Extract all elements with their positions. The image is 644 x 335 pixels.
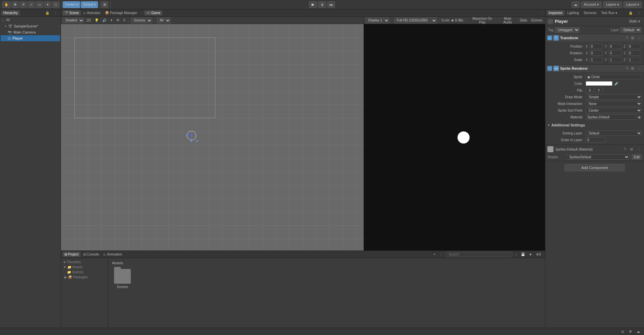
hierarchy-menu-btn[interactable]: ⋮ <box>52 10 59 15</box>
sr-settings-btn[interactable]: ⚙ <box>630 66 635 71</box>
inspector-lock-btn[interactable]: 🔒 <box>627 10 635 15</box>
move-tool-btn[interactable]: ✥ <box>11 1 19 8</box>
material-circle-btn[interactable]: ◉ <box>637 115 642 120</box>
scene-light-btn[interactable]: 💡 <box>93 18 100 22</box>
sr-menu-btn[interactable]: ⋮ <box>636 66 642 71</box>
animation-tab[interactable]: ▷ Animation <box>102 252 124 257</box>
scl-y-input[interactable] <box>609 57 622 62</box>
display-dropdown[interactable]: Display 1 <box>365 17 389 23</box>
pos-y-input[interactable] <box>609 44 622 49</box>
status-cloud-btn[interactable]: ☁ <box>635 329 641 334</box>
material-info-settings-btn[interactable]: ⚙ <box>629 147 634 152</box>
scene-hidden-btn[interactable]: 👁 <box>115 18 121 22</box>
rot-y-input[interactable] <box>609 50 622 56</box>
pos-x-input[interactable] <box>590 44 602 49</box>
2d-btn[interactable]: 2D <box>85 18 92 22</box>
resolution-dropdown[interactable]: Full HD (1920x1080) <box>394 17 437 23</box>
grid-btn[interactable]: ⊞ <box>101 1 108 8</box>
layout-btn[interactable]: Layout ▾ <box>623 1 642 8</box>
status-collab-btn[interactable]: ◎ <box>620 329 626 334</box>
package-manager-tab[interactable]: 📦 Package Manager <box>103 10 139 15</box>
scl-z-input[interactable] <box>628 57 640 62</box>
transform-header[interactable]: ▶ T Transform ? ⚙ ⋮ <box>545 34 644 42</box>
play-btn[interactable]: ▶ <box>309 1 317 8</box>
player-gizmo[interactable] <box>187 131 197 141</box>
order-in-layer-input[interactable] <box>586 137 606 143</box>
lighting-tab[interactable]: Lighting <box>565 10 581 15</box>
scene-view-tab[interactable]: 🎬 Scene <box>62 10 81 15</box>
hierarchy-lock-btn[interactable]: 🔒 <box>43 10 51 15</box>
mask-interaction-dropdown[interactable]: None <box>586 101 642 106</box>
project-tab[interactable]: ⊞ Project <box>62 252 80 257</box>
mute-audio-btn[interactable]: Mute Audio <box>498 17 518 24</box>
game-canvas[interactable] <box>364 24 545 250</box>
layer-dropdown[interactable]: Default <box>621 27 641 33</box>
scene-canvas[interactable] <box>61 24 364 250</box>
sr-help-btn[interactable]: ? <box>625 66 629 71</box>
rot-x-input[interactable] <box>590 50 602 56</box>
status-settings-btn[interactable]: ⚙ <box>628 329 633 334</box>
scenes-section[interactable]: 📁 Scenes <box>62 270 107 275</box>
static-dropdown-btn[interactable]: Static ▾ <box>628 19 641 23</box>
project-search[interactable] <box>445 252 513 257</box>
transform-active[interactable]: ▶ <box>547 36 552 40</box>
color-swatch[interactable] <box>586 81 612 86</box>
project-more-btn[interactable]: ⋮ <box>438 252 444 257</box>
space-btn[interactable]: Global ▾ <box>81 1 98 8</box>
hierarchy-camera-item[interactable]: 📷 Main Camera <box>1 29 60 35</box>
draw-mode-dropdown[interactable]: Simple <box>586 94 642 100</box>
scene-audio-btn[interactable]: 🔊 <box>101 18 108 22</box>
multi-tool-btn[interactable]: ✦ <box>44 1 51 8</box>
scale-tool-btn[interactable]: ⤢ <box>28 1 35 8</box>
collab-btn[interactable]: ☁ <box>572 1 580 8</box>
rot-z-input[interactable] <box>628 50 640 56</box>
pos-z-input[interactable] <box>628 44 640 49</box>
project-save-btn[interactable]: 💾 <box>520 252 526 257</box>
sorting-layer-dropdown[interactable]: Default <box>586 130 642 136</box>
maximize-on-play-btn[interactable]: Maximize On Play <box>468 17 497 24</box>
scene-menu-icon[interactable]: ⋮ <box>57 24 60 28</box>
game-view-tab[interactable]: 🎮 Game <box>144 10 162 15</box>
material-info-help-btn[interactable]: ? <box>623 147 627 152</box>
color-eyedropper-btn[interactable]: 💉 <box>613 81 620 86</box>
sprite-renderer-header[interactable]: ✓ SR Sprite Renderer ? ⚙ ⋮ <box>545 65 644 72</box>
rect-tool-btn[interactable]: ▭ <box>36 1 43 8</box>
shader-dropdown[interactable]: Sprites/Default <box>566 154 630 160</box>
project-settings-btn[interactable]: ⚙5 <box>535 252 542 257</box>
object-active-checkbox[interactable]: ✓ <box>548 19 553 24</box>
scene-view[interactable]: Shaded 2D 💡 🔊 ✦ 👁 # | Gizmos | All <box>61 17 364 250</box>
step-btn[interactable]: ⏭ <box>327 1 335 8</box>
shading-dropdown[interactable]: Shaded <box>62 17 84 23</box>
hierarchy-scene-item[interactable]: ▼ 🎬 SampleScene* ⋮ <box>1 23 60 29</box>
tag-dropdown[interactable]: Untagged <box>555 27 580 33</box>
scene-effects-btn[interactable]: ✦ <box>109 18 114 22</box>
console-tab[interactable]: ⊟ Console <box>81 252 101 257</box>
scene-grid-btn[interactable]: # <box>122 18 127 22</box>
rotate-tool-btn[interactable]: ↺ <box>19 1 27 8</box>
packages-section[interactable]: ▶ 📦 Packages <box>62 275 107 280</box>
hand-tool-btn[interactable]: ✋ <box>2 1 11 8</box>
hierarchy-tab[interactable]: Hierarchy <box>1 10 20 15</box>
material-field[interactable] <box>586 114 636 120</box>
panel-more-btn[interactable]: ⋮ <box>540 11 544 15</box>
additional-settings-header[interactable]: ▼ Additional Settings <box>545 122 644 128</box>
custom-tool-btn[interactable]: ⬡ <box>52 1 60 8</box>
testrun-tab[interactable]: Test Run ▾ <box>599 10 619 15</box>
transform-help-btn[interactable]: ? <box>625 36 629 40</box>
game-gizmos-btn[interactable]: Gizmos <box>530 18 544 22</box>
flip-y-btn[interactable]: Y <box>595 88 603 93</box>
favorites-section[interactable]: ★ Favorites <box>62 260 107 265</box>
gizmos-dropdown[interactable]: Gizmos <box>131 17 152 23</box>
layers-btn[interactable]: Layers ▾ <box>603 1 622 8</box>
inspector-tab[interactable]: Inspector <box>547 10 565 15</box>
shader-edit-btn[interactable]: Edit <box>632 154 642 160</box>
account-btn[interactable]: Account ▾ <box>581 1 602 8</box>
assets-section[interactable]: ▼ 📁 Assets <box>62 265 107 270</box>
animator-tab[interactable]: ▷ Animator <box>82 10 102 15</box>
hierarchy-player-item[interactable]: ⬡ Player <box>1 35 60 41</box>
flip-x-btn[interactable]: X <box>586 88 594 93</box>
services-tab[interactable]: Services <box>582 10 598 15</box>
scl-x-input[interactable] <box>590 57 602 62</box>
sprite-field[interactable] <box>586 74 642 79</box>
pause-btn[interactable]: ⏸ <box>318 1 326 8</box>
